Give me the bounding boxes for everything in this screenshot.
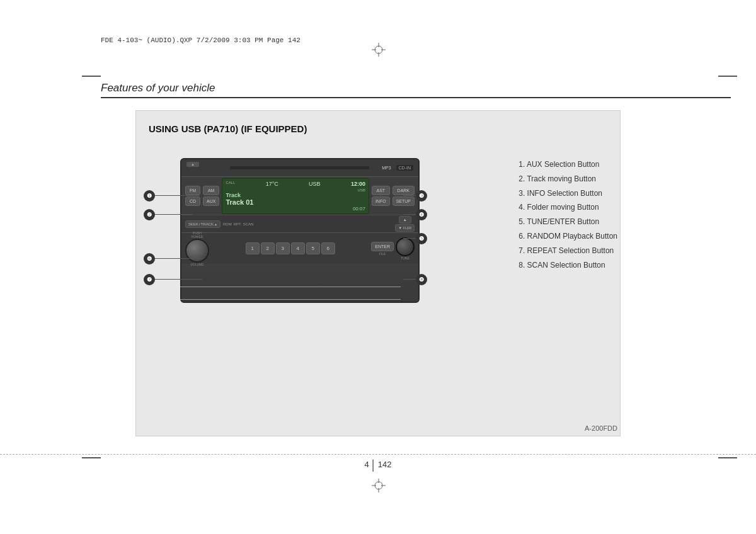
- cd-button[interactable]: CD: [185, 196, 200, 206]
- radio-unit: ▲ MP3 CD-IN FM CD AM AUX CALL: [180, 158, 420, 303]
- callout-line-3: [403, 195, 416, 196]
- call-label: CALL: [226, 181, 235, 187]
- tune-label: TUNE: [396, 256, 415, 260]
- callout-5: ❺: [416, 233, 427, 244]
- crosshair-bottom-icon: [372, 479, 386, 495]
- info-button[interactable]: INFO: [372, 196, 390, 206]
- label-8: 8. SCAN Selection Button: [518, 258, 617, 273]
- callout-line-4: [403, 214, 416, 215]
- file-info: FDE 4-103~ (AUDIO).QXP 7/2/2009 3:03 PM …: [101, 37, 301, 44]
- page-number: 142: [378, 460, 392, 471]
- callout-line-7: [155, 279, 202, 280]
- dark-button[interactable]: DARK: [392, 186, 415, 195]
- callout-6: ❻: [144, 253, 155, 264]
- preset-6[interactable]: 6: [321, 242, 335, 254]
- label-5: 5. TUNE/ENTER Button: [518, 215, 617, 229]
- setup-button[interactable]: SETUP: [392, 196, 415, 206]
- callout-line-2: [155, 214, 193, 215]
- callout-labels: 1. AUX Selection Button 2. Track moving …: [518, 157, 617, 272]
- corner-mark-tl: [82, 76, 101, 77]
- tune-knob[interactable]: [396, 237, 415, 256]
- crosshair-top-icon: [372, 43, 384, 55]
- preset-1[interactable]: 1: [246, 242, 260, 254]
- enter-button[interactable]: ENTER: [371, 242, 394, 251]
- preset-5[interactable]: 5: [306, 242, 320, 254]
- display-time: 12:00: [351, 181, 365, 187]
- label-1: 1. AUX Selection Button: [518, 157, 617, 172]
- callout-line-1: [155, 195, 199, 196]
- seek-track-button[interactable]: SEEK/TRACK ▲: [185, 220, 220, 228]
- section-title: USING USB (PA710) (IF EQUIPPED): [149, 123, 607, 134]
- volume-label: VOLUME: [185, 263, 209, 266]
- image-code: A-200FDD: [585, 424, 617, 432]
- label-3: 3. INFO Selection Button: [518, 186, 617, 201]
- callout-1: ❶: [144, 190, 155, 202]
- callout-8: ❽: [416, 274, 427, 285]
- callout-line-6: [155, 258, 202, 259]
- fm-button[interactable]: FM: [185, 186, 200, 195]
- scan-label: SCAN: [243, 222, 254, 226]
- callout-4: ❹: [416, 209, 427, 220]
- callout-line-5: [403, 238, 416, 239]
- preset-3[interactable]: 3: [276, 242, 290, 254]
- cd-in-label: CD-IN: [396, 165, 413, 171]
- aux-button[interactable]: AUX: [203, 196, 219, 206]
- callout-7: ❼: [144, 274, 155, 285]
- preset-2[interactable]: 2: [261, 242, 275, 254]
- display-source: USB: [309, 181, 321, 187]
- preset-buttons: 1 2 3 4 5 6: [211, 242, 369, 254]
- mp3-label: MP3: [382, 166, 391, 170]
- power-label: PUSHPOWER: [185, 231, 209, 239]
- display-screen: CALL 17°C USB 12:00 USB Track Track 01 0…: [222, 178, 369, 214]
- track-name: Track 01: [226, 198, 365, 206]
- track-label: Track: [226, 192, 365, 198]
- am-button[interactable]: AM: [203, 186, 219, 195]
- fldr-down-button[interactable]: ▼ FLDR: [395, 224, 415, 232]
- preset-4[interactable]: 4: [291, 242, 305, 254]
- page-title-bar: Features of your vehicle: [101, 82, 731, 98]
- label-7: 7. REPEAT Selection Button: [518, 244, 617, 258]
- callout-3: ❸: [416, 190, 427, 202]
- label-6: 6. RANDOM Playback Button: [518, 229, 617, 244]
- label-2: 2. Track moving Button: [518, 172, 617, 186]
- page-separator: │: [370, 460, 377, 471]
- file-label: FILE: [379, 252, 386, 256]
- ast-button[interactable]: AST: [372, 186, 390, 195]
- rpt-label: RPT: [234, 222, 241, 226]
- corner-mark-tr: [718, 76, 737, 77]
- fldr-up-button[interactable]: ▲: [399, 216, 411, 224]
- label-4: 4. Folder moving Button: [518, 200, 617, 215]
- display-temp: 17°C: [266, 181, 278, 187]
- time-value: 00:07: [226, 206, 365, 212]
- page-footer: 4 │ 142: [0, 454, 756, 471]
- callout-line-8: [403, 279, 416, 280]
- rdm-label: RDM: [223, 222, 232, 226]
- page-title: Features of your vehicle: [101, 82, 215, 94]
- section-number: 4: [365, 460, 369, 471]
- callout-2: ❷: [144, 209, 155, 220]
